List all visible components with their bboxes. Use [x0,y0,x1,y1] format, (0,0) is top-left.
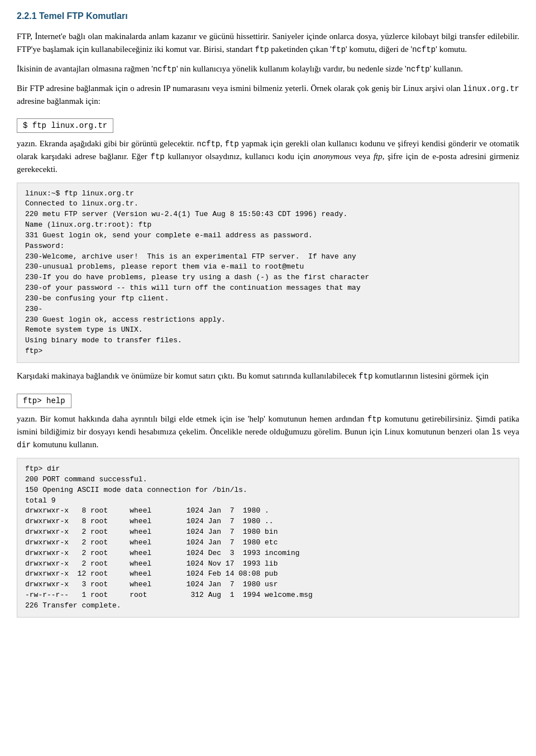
p3-code: linux.org.tr [463,84,519,93]
paragraph-1: FTP, İnternet'e bağlı olan makinalarda a… [17,30,519,56]
p4-text4: veya [351,152,374,161]
p2-code1: ncftp [153,65,176,74]
p6-text4: komutunu kullanın. [31,440,98,449]
p3-text1: Bir FTP adresine bağlanmak için o adresi… [17,84,463,93]
p2-text2: ' nin kullanıcıya yönelik kullanım kolay… [176,64,406,73]
p1-text4: ' komutu. [436,45,467,54]
p1-code1: ftp [255,45,269,54]
p5-text2: komutlarının listesini görmek için [373,371,489,380]
paragraph-3: Bir FTP adresine bağlanmak için o adresi… [17,82,519,108]
dir-output: ftp> dir 200 PORT command successful. 15… [17,458,519,618]
paragraph-6: yazın. Bir komut hakkında daha ayrıntılı… [17,413,519,451]
p6-code2: ls [491,428,501,437]
p1-text3: ' komutu, diğeri de ' [346,45,412,54]
section-heading: 2.2.1 Temel FTP Komutları [17,11,519,21]
p6-text3: veya [501,427,519,436]
paragraph-2: İkisinin de avantajları olmasına rağmen … [17,63,519,75]
p1-code2: ftp [332,45,346,54]
p4-code2: ftp [225,140,239,149]
p6-code3: dir [17,441,31,449]
p2-code2: ncftp [406,65,430,74]
p2-text1: İkisinin de avantajları olmasına rağmen … [17,64,153,73]
p5-code: ftp [358,372,372,381]
p6-text1: yazın. Bir komut hakkında daha ayrıntılı… [17,414,367,423]
p4-sep: , [221,139,225,148]
p1-text2: paketinden çıkan ' [269,45,332,54]
paragraph-4: yazın. Ekranda aşağıdaki gibi bir görünt… [17,137,519,176]
paragraph-5: Karşıdaki makinaya bağlandık ve önümüze … [17,370,519,382]
p3-text2: adresine bağlanmak için: [17,97,100,106]
p6-code1: ftp [367,415,381,424]
p4-text1: yazın. Ekranda aşağıdaki gibi bir görünt… [17,139,197,148]
help-command-block: ftp> help [17,394,71,408]
p4-italic1: anonymous [313,152,351,161]
p4-code1: ncftp [197,140,221,149]
p2-text3: ' kullanın. [430,64,463,73]
p1-code3: ncftp [412,45,436,54]
ftp-command-block: $ ftp linux.org.tr [17,118,113,133]
p5-text1: Karşıdaki makinaya bağlandık ve önümüze … [17,371,358,380]
p4-text3: kullanıyor olsaydınız, kullanıcı kodu iç… [165,152,313,161]
p4-code3: ftp [151,152,165,161]
p4-italic2: ftp [374,152,382,161]
terminal-output: linux:~$ ftp linux.org.tr Connected to l… [17,183,519,363]
